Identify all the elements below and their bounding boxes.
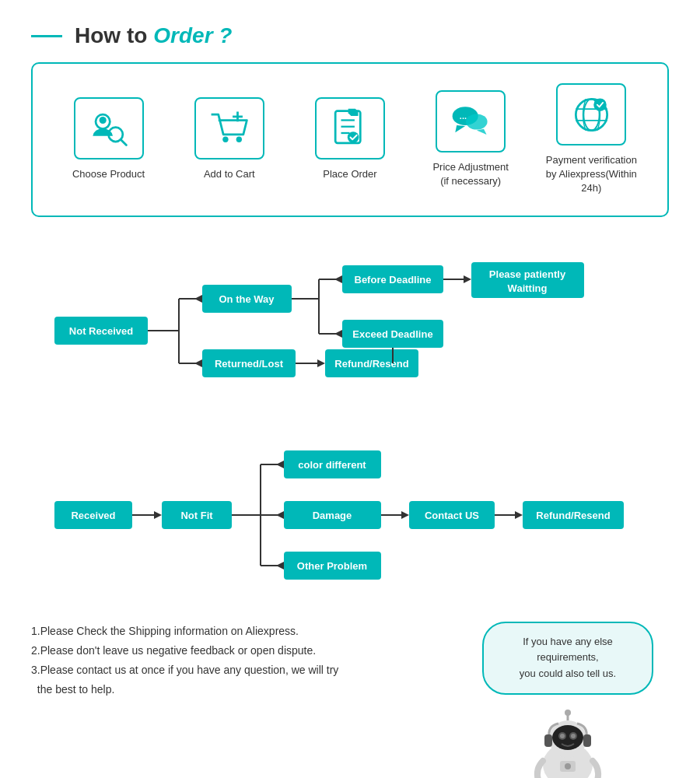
- svg-marker-44: [317, 359, 325, 367]
- svg-marker-50: [194, 359, 202, 367]
- svg-point-14: [466, 114, 488, 129]
- place-order-label: Place Order: [323, 167, 376, 181]
- globe-icon: [570, 93, 613, 136]
- svg-marker-79: [276, 511, 284, 519]
- info-text: 1.Please Check the Shipping information …: [31, 622, 451, 700]
- svg-point-1: [100, 117, 107, 124]
- svg-text:On the Way: On the Way: [219, 293, 275, 305]
- flow-diagram-1-section: Not Received On the Way Before Deadline …: [0, 233, 700, 435]
- flow-diagram-1: Not Received On the Way Before Deadline …: [31, 248, 669, 412]
- svg-text:Before Deadline: Before Deadline: [355, 274, 432, 286]
- step-payment-verification: Payment verificationby Aliexpress(Within…: [537, 83, 646, 196]
- svg-text:Refund/Resend: Refund/Resend: [334, 358, 408, 370]
- robot-icon: [521, 699, 614, 778]
- price-adjustment-icon-box: ...: [436, 90, 506, 152]
- svg-rect-91: [583, 734, 591, 747]
- section-title: How to Order ?: [31, 23, 669, 48]
- svg-point-5: [236, 136, 242, 142]
- order-steps-box: Choose Product Add to Cart: [31, 62, 669, 217]
- svg-text:Other Problem: Other Problem: [297, 560, 367, 572]
- svg-marker-78: [276, 461, 284, 468]
- svg-point-20: [593, 98, 607, 111]
- how-to-order-section: How to Order ? Choose Product: [0, 0, 700, 233]
- svg-marker-35: [464, 275, 471, 283]
- svg-text:Damage: Damage: [313, 510, 352, 521]
- step-add-to-cart: Add to Cart: [175, 97, 284, 181]
- info-line3: 3.Please contact us at once if you have …: [31, 661, 451, 699]
- title-prefix: How to: [75, 23, 147, 48]
- svg-line-3: [121, 139, 126, 145]
- payment-verification-icon-box: [556, 83, 626, 145]
- svg-point-12: [348, 131, 359, 143]
- svg-text:Please patiently: Please patiently: [489, 268, 566, 280]
- flow-diagram-2: Received Not Fit color different Damage …: [31, 435, 669, 591]
- price-adjustment-label: Price Adjustment(if necessary): [432, 160, 509, 188]
- svg-text:Waitting: Waitting: [508, 282, 548, 294]
- info-line1: 1.Please Check the Shipping information …: [31, 622, 451, 641]
- svg-marker-56: [154, 511, 162, 519]
- search-person-icon: [87, 107, 130, 150]
- svg-marker-75: [515, 511, 523, 519]
- svg-marker-51: [334, 275, 342, 283]
- step-price-adjustment: ... Price Adjustment(if necessary): [416, 90, 525, 188]
- svg-text:color different: color different: [298, 459, 366, 471]
- speech-bubble: If you have any else requirements,you co…: [482, 622, 653, 695]
- svg-point-85: [565, 710, 571, 716]
- svg-point-97: [565, 763, 571, 769]
- robot-area: If you have any else requirements,you co…: [467, 622, 669, 778]
- flow-diagram-2-section: Received Not Fit color different Damage …: [0, 435, 700, 606]
- add-to-cart-label: Add to Cart: [204, 167, 255, 181]
- bottom-section: 1.Please Check the Shipping information …: [0, 606, 700, 778]
- svg-marker-49: [194, 295, 202, 303]
- svg-marker-80: [276, 562, 284, 569]
- choose-product-icon-box: [74, 97, 144, 159]
- cart-icon: [208, 107, 250, 150]
- place-order-icon-box: [315, 97, 385, 159]
- info-line2: 2.Please don't leave us negative feedbac…: [31, 641, 451, 661]
- step-place-order: Place Order: [296, 97, 404, 181]
- svg-point-89: [571, 734, 576, 738]
- title-decoration: [31, 35, 62, 37]
- add-to-cart-icon-box: [194, 97, 264, 159]
- svg-text:...: ...: [459, 110, 466, 120]
- not-received-label: Not Received: [69, 325, 133, 337]
- svg-text:Not Fit: Not Fit: [180, 510, 213, 521]
- svg-rect-90: [544, 734, 552, 747]
- svg-marker-71: [401, 511, 409, 519]
- payment-verification-label: Payment verificationby Aliexpress(Within…: [537, 153, 646, 196]
- svg-point-88: [560, 734, 565, 738]
- choose-product-label: Choose Product: [72, 167, 145, 181]
- document-icon: [328, 107, 371, 150]
- step-choose-product: Choose Product: [54, 97, 163, 181]
- svg-text:Contact US: Contact US: [425, 510, 479, 521]
- svg-text:Received: Received: [71, 510, 115, 521]
- svg-text:Returned/Lost: Returned/Lost: [215, 358, 284, 370]
- chat-bubbles-icon: ...: [450, 100, 492, 143]
- title-highlight: Order ?: [153, 23, 232, 48]
- svg-text:Exceed Deadline: Exceed Deadline: [352, 328, 432, 340]
- svg-point-4: [223, 136, 229, 142]
- svg-text:Refund/Resend: Refund/Resend: [536, 510, 610, 521]
- svg-marker-52: [334, 330, 342, 338]
